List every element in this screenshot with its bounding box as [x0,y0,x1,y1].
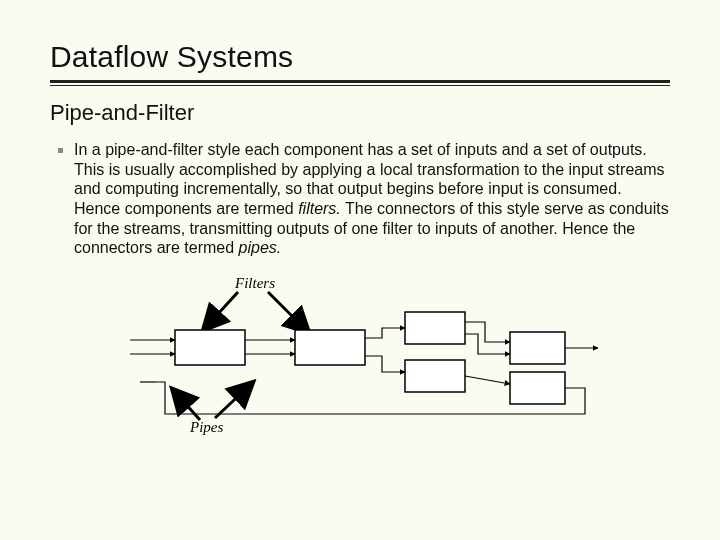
filter-box [405,360,465,392]
pipe-filter-diagram: Filters Pipes [120,272,600,442]
pipe-line [465,376,510,384]
page-title: Dataflow Systems [50,40,670,74]
filter-box [510,332,565,364]
filter-box [510,372,565,404]
pipe-line [465,334,510,354]
arrow-icon [215,385,250,418]
body-em-pipes: pipes. [239,239,282,256]
diagram-label-pipes: Pipes [189,419,223,435]
slide: Dataflow Systems Pipe-and-Filter In a pi… [0,0,720,462]
body-em-filters: filters. [298,200,341,217]
diagram-label-filters: Filters [234,275,275,291]
title-rule-thick [50,80,670,83]
arrow-icon [175,392,200,420]
subtitle: Pipe-and-Filter [50,100,670,126]
body-item: In a pipe-and-filter style each componen… [74,140,670,258]
arrow-icon [268,292,306,330]
pipe-line [365,328,405,338]
arrow-icon [206,292,238,327]
filter-box [175,330,245,365]
body-list: In a pipe-and-filter style each componen… [50,140,670,258]
pipe-line [465,322,510,342]
filter-box [405,312,465,344]
filter-box [295,330,365,365]
title-rule-thin [50,85,670,86]
pipe-line [365,356,405,372]
